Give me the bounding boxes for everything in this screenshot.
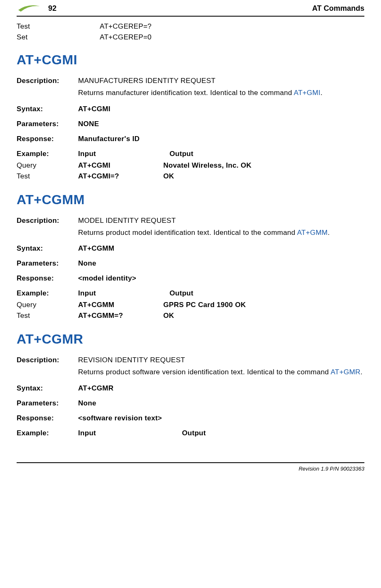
syntax-row: Syntax: AT+CGMM [17,244,364,253]
description-extra-post: . [328,229,330,237]
example-row-output: Novatel Wireless, Inc. OK [163,161,364,170]
description-extra: Returns product model identification tex… [78,227,364,238]
example-header: Example: Input Output [17,429,364,437]
top-row: Set AT+CGEREP=0 [17,33,364,41]
example-block: Example: Input Output Query AT+CGMI Nova… [17,150,364,181]
description-link[interactable]: AT+GMI [294,89,320,97]
example-row-type: Test [17,312,78,320]
description-row: Description: MANUFACTURERS IDENTITY REQU… [17,77,364,85]
parameters-value: None [78,399,364,407]
syntax-label: Syntax: [17,384,78,393]
example-row: Query AT+CGMM GPRS PC Card 1900 OK [17,301,364,309]
description-extra-pre: Returns manufacturer identification text… [78,89,294,97]
response-row: Response: Manufacturer's ID [17,135,364,143]
example-output-header: Output [182,429,364,437]
example-label: Example: [17,150,78,158]
parameters-value: NONE [78,120,364,128]
example-row-input: AT+CGMM=? [78,312,163,320]
example-row: Test AT+CGMM=? OK [17,312,364,320]
parameters-label: Parameters: [17,120,78,128]
example-input-header: Input [78,429,182,437]
example-row: Test AT+CGMI=? OK [17,172,364,181]
top-row-value: AT+CGEREP=? [100,22,364,31]
description-extra-post: . [361,368,363,376]
description-extra-pre: Returns product model identification tex… [78,229,297,237]
description-value: REVISION IDENTITY REQUEST [78,356,364,364]
example-row-input: AT+CGMI [78,161,163,170]
description-row: Description: REVISION IDENTITY REQUEST [17,356,364,364]
response-label: Response: [17,414,78,422]
parameters-row: Parameters: NONE [17,120,364,128]
section-title: AT+CGMM [17,192,364,207]
syntax-label: Syntax: [17,105,78,113]
description-value: MANUFACTURERS IDENTITY REQUEST [78,77,364,85]
example-label: Example: [17,429,78,437]
header-rule [17,16,364,17]
header-left: 92 [17,2,57,14]
parameters-value: None [78,259,364,268]
page-header: 92 AT Commands [17,0,364,14]
syntax-value: AT+CGMI [78,105,364,113]
example-row-input: AT+CGMI=? [78,172,163,181]
example-output-header: Output [170,289,364,298]
page-number: 92 [48,4,57,13]
example-input-header: Input [78,289,170,298]
header-title: AT Commands [312,4,364,13]
section-title: AT+CGMR [17,332,364,347]
top-row-label: Set [17,33,100,41]
page: 92 AT Commands Test AT+CGEREP=? Set AT+C… [0,0,381,484]
example-block: Example: Input Output [17,429,364,437]
response-value: Manufacturer's ID [78,135,364,143]
description-label: Description: [17,77,78,85]
top-row: Test AT+CGEREP=? [17,22,364,31]
response-value: <model identity> [78,274,364,283]
syntax-value: AT+CGMR [78,384,364,393]
example-output-header: Output [170,150,364,158]
section-at-cgmr: AT+CGMR Description: REVISION IDENTITY R… [17,332,364,437]
response-label: Response: [17,135,78,143]
footer-revision: Revision 1.9 P/N 90023363 [17,466,364,472]
description-row: Description: MODEL IDENTITY REQUEST [17,217,364,225]
top-row-label: Test [17,22,100,31]
parameters-label: Parameters: [17,399,78,407]
syntax-value: AT+CGMM [78,244,364,253]
example-row-type: Test [17,172,78,181]
description-link[interactable]: AT+GMM [297,229,328,237]
parameters-label: Parameters: [17,259,78,268]
description-value: MODEL IDENTITY REQUEST [78,217,364,225]
top-continuation-lines: Test AT+CGEREP=? Set AT+CGEREP=0 [17,22,364,41]
top-row-value: AT+CGEREP=0 [100,33,364,41]
syntax-row: Syntax: AT+CGMR [17,384,364,393]
example-row-type: Query [17,161,78,170]
description-extra-pre: Returns product software version identif… [78,368,331,376]
response-row: Response: <model identity> [17,274,364,283]
description-extra: Returns manufacturer identification text… [78,88,364,98]
example-row-input: AT+CGMM [78,301,163,309]
syntax-label: Syntax: [17,244,78,253]
section-title: AT+CGMI [17,52,364,68]
response-label: Response: [17,274,78,283]
example-row-type: Query [17,301,78,309]
example-input-header: Input [78,150,170,158]
response-value: <software revision text> [78,414,364,422]
description-extra: Returns product software version identif… [78,367,364,378]
section-at-cgmi: AT+CGMI Description: MANUFACTURERS IDENT… [17,52,364,181]
example-header: Example: Input Output [17,289,364,298]
example-label: Example: [17,289,78,298]
description-extra-post: . [320,89,322,97]
example-header: Example: Input Output [17,150,364,158]
logo-swoosh-icon [17,2,42,14]
description-link[interactable]: AT+GMR [331,368,361,376]
footer-rule [17,462,364,463]
example-row: Query AT+CGMI Novatel Wireless, Inc. OK [17,161,364,170]
example-row-output: GPRS PC Card 1900 OK [163,301,364,309]
description-label: Description: [17,356,78,364]
description-label: Description: [17,217,78,225]
response-row: Response: <software revision text> [17,414,364,422]
section-at-cgmm: AT+CGMM Description: MODEL IDENTITY REQU… [17,192,364,320]
example-block: Example: Input Output Query AT+CGMM GPRS… [17,289,364,320]
parameters-row: Parameters: None [17,399,364,407]
parameters-row: Parameters: None [17,259,364,268]
syntax-row: Syntax: AT+CGMI [17,105,364,113]
example-row-output: OK [163,172,364,181]
